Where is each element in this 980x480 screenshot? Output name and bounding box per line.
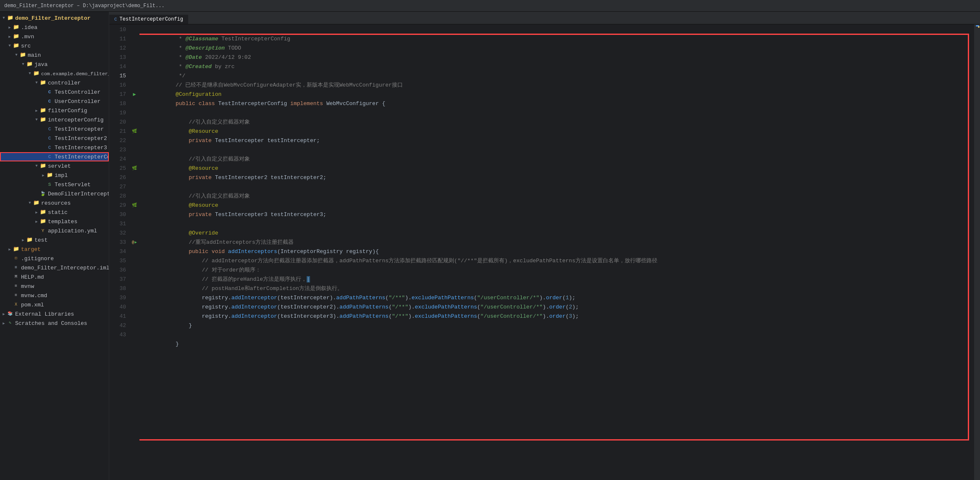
folder-icon: 📁 [39, 107, 46, 114]
sidebar-item-extlibs[interactable]: ▶ 📚 External Libraries [0, 309, 109, 319]
arrow-spacer: ▶ [7, 284, 13, 289]
gutter-icons: ▶ 🌿 🌿 🌿 @▶ [129, 24, 139, 480]
sidebar-content[interactable]: ▼ 📁 demo_Filter_Interceptor ▶ 📁 .idea ▶ … [0, 12, 109, 480]
scratch-icon: ✎ [7, 320, 13, 327]
gutter-bean-icon2: 🌿 [129, 164, 139, 173]
arrow-spacer: ▶ [7, 303, 13, 307]
arrow-spacer: ▶ [40, 99, 46, 104]
iml-icon: ≡ [13, 264, 19, 271]
sidebar-item-testcontroller[interactable]: ▶ C TestController [0, 87, 109, 97]
sidebar-item-pom[interactable]: ▶ X pom.xml [0, 300, 109, 309]
item-label: intercepterConfig [48, 117, 109, 123]
item-label: application.yml [48, 228, 109, 234]
sidebar-item-resources[interactable]: ▼ 📁 resources [0, 198, 109, 208]
arrow-icon: ▶ [1, 321, 7, 326]
gutter-run-icon[interactable]: ▶ [129, 90, 139, 99]
xml-icon: X [13, 301, 19, 308]
sidebar-item-intercepterconfig[interactable]: ▼ 📁 intercepterConfig [0, 115, 109, 124]
item-label: java [34, 61, 109, 68]
sidebar-item-static[interactable]: ▶ 📁 static [0, 208, 109, 217]
sidebar-item-testservlet[interactable]: ▶ S TestServlet [0, 180, 109, 189]
arrow-spacer: ▶ [40, 127, 46, 132]
item-label: HELP.md [21, 274, 109, 280]
tab-label: TestIntercepterConfig [120, 16, 183, 22]
code-line-15: // 已经不是继承自WebMvcConfigureAdapter实，新版本是实现… [143, 71, 974, 81]
sidebar-item-scratches[interactable]: ▶ ✎ Scratches and Consoles [0, 319, 109, 328]
sidebar-item-main[interactable]: ▼ 📁 main [0, 50, 109, 60]
sidebar-item-mvnwcmd[interactable]: ▶ ≡ mvnw.cmd [0, 291, 109, 300]
warning-indicator [978, 26, 980, 28]
code-line-43: } [143, 330, 974, 340]
arrow-icon: ▶ [7, 34, 13, 39]
item-label: static [48, 209, 109, 216]
sidebar-item-testintercepter3[interactable]: ▶ C TestIntercepter3 [0, 143, 109, 152]
sidebar-item-test[interactable]: ▶ 📁 test [0, 235, 109, 245]
sidebar-item-project[interactable]: ▼ 📁 demo_Filter_Interceptor [0, 13, 109, 23]
item-label: TestController [55, 89, 109, 95]
item-label: mvnw.cmd [21, 293, 109, 299]
folder-icon: 📁 [39, 209, 46, 216]
arrow-spacer: ▶ [40, 145, 46, 150]
arrow-icon: ▼ [1, 16, 7, 20]
sidebar-item-templates[interactable]: ▶ 📁 templates [0, 217, 109, 226]
file-icon: ≡ [13, 283, 19, 290]
gutter-bean-icon: 🌿 [129, 127, 139, 136]
sidebar-item-target[interactable]: ▶ 📁 target [0, 245, 109, 254]
arrow-icon: ▶ [34, 210, 39, 215]
code-line-28: @Resource [143, 192, 974, 201]
sidebar-item-servlet[interactable]: ▼ 📁 servlet [0, 161, 109, 171]
item-label: TestIntercepterConfig [55, 154, 109, 160]
folder-icon: 📁 [26, 61, 33, 68]
item-label: TestServlet [55, 182, 109, 188]
sidebar-item-impl[interactable]: ▶ 📁 impl [0, 171, 109, 180]
folder-icon: 📁 [39, 218, 46, 225]
sidebar-item-application[interactable]: ▶ Y application.yml [0, 226, 109, 235]
item-label: src [21, 43, 109, 49]
code-line-21: private TestIntercepter testIntercepter; [143, 127, 974, 136]
sidebar-item-com[interactable]: ▼ 📁 com.example.demo_filter_interceptor [0, 69, 109, 78]
folder-icon: 📁 [39, 163, 46, 169]
tab-icon: C [114, 17, 117, 22]
gutter-override-icon: @▶ [129, 238, 139, 247]
code-editor[interactable]: * @Classname TestIntercepterConfig * @De… [139, 24, 974, 480]
editor-area: C TestIntercepterConfig 10 11 12 13 14 1… [109, 12, 980, 480]
sidebar-item-idea[interactable]: ▶ 📁 .idea [0, 23, 109, 32]
sidebar-item-iml[interactable]: ▶ ≡ demo_Filter_Interceptor.iml [0, 263, 109, 272]
sidebar-item-testintercepterconfig[interactable]: ▶ C TestIntercepterConfig [0, 152, 109, 161]
item-label: demo_Filter_Interceptor.iml [21, 265, 109, 271]
code-line-25: private TestIntercepter2 testIntercepter… [143, 164, 974, 173]
sidebar-item-demoapp[interactable]: ▶ 🍃 DemoFilterInterceptorApplication [0, 189, 109, 198]
line-numbers: 10 11 12 13 14 15 16 17 18 19 20 21 22 2… [109, 24, 129, 480]
folder-icon: 📁 [26, 237, 33, 243]
sidebar-item-usercontroller[interactable]: ▶ C UserController [0, 97, 109, 106]
editor-tabs: C TestIntercepterConfig [109, 12, 980, 24]
sidebar-item-src[interactable]: ▼ 📁 src [0, 41, 109, 50]
sidebar-item-help[interactable]: ▶ M HELP.md [0, 272, 109, 282]
item-label: com.example.demo_filter_interceptor [41, 71, 109, 76]
sidebar-item-filterconfig[interactable]: ▶ 📁 filterConfig [0, 106, 109, 115]
scrollbar-right[interactable] [974, 24, 980, 480]
sidebar-item-mvnw[interactable]: ▶ ≡ mvnw [0, 282, 109, 291]
project-icon: 📁 [7, 15, 13, 21]
item-label: filterConfig [48, 108, 109, 114]
code-line-27: //引入自定义拦截器对象 [143, 182, 974, 192]
sidebar-item-mvn[interactable]: ▶ 📁 .mvn [0, 32, 109, 41]
arrow-icon: ▶ [34, 108, 39, 113]
item-label: pom.xml [21, 302, 109, 308]
item-label: Scratches and Consoles [15, 320, 109, 327]
sidebar-item-java[interactable]: ▼ 📁 java [0, 60, 109, 69]
arrow-spacer: ▶ [40, 182, 46, 187]
sidebar-item-testintercepter2[interactable]: ▶ C TestIntercepter2 [0, 134, 109, 143]
sidebar-item-controller[interactable]: ▼ 📁 controller [0, 78, 109, 87]
java-class-icon: C [46, 144, 53, 151]
editor-body: 10 11 12 13 14 15 16 17 18 19 20 21 22 2… [109, 24, 980, 480]
md-icon: M [13, 274, 19, 280]
title-text: demo_Filter_Interceptor – D:\javaproject… [4, 3, 165, 9]
code-line-12: * @Date 2022/4/12 9:02 [143, 44, 974, 53]
editor-tab-active[interactable]: C TestIntercepterConfig [109, 15, 189, 24]
sidebar-item-gitignore[interactable]: ▶ ⊞ .gitignore [0, 254, 109, 263]
arrow-icon: ▼ [27, 71, 33, 76]
sidebar-item-testintercepter[interactable]: ▶ C TestIntercepter [0, 124, 109, 134]
folder-icon: 📁 [39, 116, 46, 123]
code-line-23: //引入自定义拦截器对象 [143, 145, 974, 155]
